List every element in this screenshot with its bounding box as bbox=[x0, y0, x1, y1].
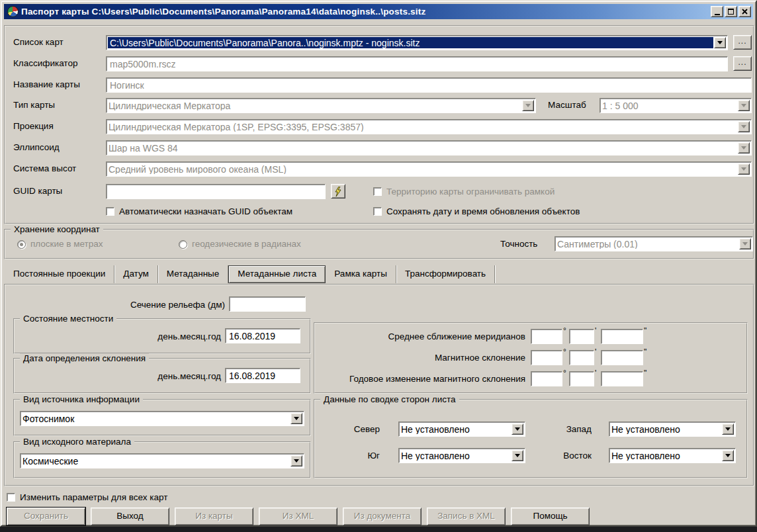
chevron-down-icon bbox=[515, 427, 520, 431]
apply-all-maps-checkbox[interactable]: Изменить параметры для всех карт bbox=[7, 492, 167, 502]
radio-flat-meters: плоские в метрах bbox=[17, 240, 103, 249]
ellipsoid-label: Эллипсоид bbox=[13, 140, 60, 155]
source-material-value: Космические bbox=[22, 456, 289, 466]
source-material-legend: Вид исходного материала bbox=[20, 437, 134, 447]
background-strip bbox=[0, 527, 757, 532]
screen: Паспорт карты C:\Users\Public\Documents\… bbox=[0, 0, 757, 532]
terrain-date-field[interactable] bbox=[225, 328, 300, 343]
tab-map-frame[interactable]: Рамка карты bbox=[326, 265, 396, 283]
territory-frame-checkbox: Территорию карты ограничивать рамкой bbox=[373, 187, 555, 197]
magnetic-declination-deg-field[interactable] bbox=[531, 350, 562, 365]
titlebar[interactable]: Паспорт карты C:\Users\Public\Documents\… bbox=[4, 4, 753, 19]
map-list-value: C:\Users\Public\Documents\Panorama\Panor… bbox=[108, 37, 713, 48]
sheet-sides-legend: Данные по сводке сторон листа bbox=[320, 394, 459, 405]
help-button[interactable]: Помощь bbox=[511, 508, 590, 525]
tab-metadata[interactable]: Метаданные bbox=[158, 265, 229, 283]
sheet-metadata-panel: Сечение рельефа (дм) Состояние местности… bbox=[4, 284, 754, 486]
checkbox-box[interactable] bbox=[7, 493, 15, 502]
info-source-dropdown-button[interactable] bbox=[290, 413, 302, 424]
west-dropdown-button[interactable] bbox=[722, 423, 734, 435]
ellipsoid-value: Шар на WGS 84 bbox=[109, 143, 736, 153]
height-system-dropdown-button bbox=[738, 163, 750, 175]
north-dropdown-button[interactable] bbox=[512, 423, 523, 435]
checkbox-box[interactable] bbox=[106, 207, 114, 216]
write-to-xml-button: Запись в XML bbox=[427, 508, 506, 525]
map-list-combobox[interactable]: C:\Users\Public\Documents\Panorama\Panor… bbox=[106, 35, 728, 50]
minimize-button[interactable] bbox=[711, 6, 723, 17]
meridian-convergence-min-field[interactable] bbox=[569, 329, 594, 344]
exit-button[interactable]: Выход bbox=[91, 508, 169, 525]
magnetic-declination-min-field[interactable] bbox=[569, 350, 594, 365]
meridian-convergence-sec-field[interactable] bbox=[601, 329, 643, 344]
chevron-down-icon bbox=[741, 125, 746, 128]
info-source-group: Вид источника информации Фотоснимок bbox=[13, 399, 311, 436]
precision-label: Точность bbox=[500, 237, 537, 251]
classifier-browse-button[interactable]: ... bbox=[733, 56, 752, 71]
from-document-button: Из документа bbox=[343, 508, 422, 525]
map-type-value: Цилиндрическая Меркатора bbox=[109, 101, 521, 111]
east-dropdown-button[interactable] bbox=[722, 450, 734, 461]
precision-dropdown-button bbox=[739, 238, 751, 249]
source-material-combobox[interactable]: Космические bbox=[20, 453, 304, 468]
declination-date-legend: Дата определения склонения bbox=[20, 353, 149, 364]
guid-field[interactable] bbox=[106, 184, 326, 199]
generate-guid-button[interactable] bbox=[331, 184, 345, 199]
info-source-value: Фотоснимок bbox=[22, 414, 289, 423]
meridian-convergence-deg-field[interactable] bbox=[531, 329, 562, 344]
tab-datum[interactable]: Датум bbox=[114, 265, 158, 283]
auto-guid-checkbox[interactable]: Автоматически назначать GUID объектам bbox=[106, 206, 292, 216]
tab-sheet-metadata[interactable]: Метаданные листа bbox=[228, 265, 326, 283]
app-icon bbox=[7, 6, 19, 17]
close-button[interactable] bbox=[738, 6, 751, 17]
tab-transform[interactable]: Трансформировать bbox=[396, 265, 495, 283]
maximize-button[interactable] bbox=[725, 6, 737, 17]
declination-date-label: день.месяц.год bbox=[15, 369, 221, 384]
ellipsoid-combobox: Шар на WGS 84 bbox=[106, 140, 752, 155]
north-combobox[interactable]: Не установлено bbox=[398, 421, 525, 437]
meridian-convergence-label: Среднее сближение меридианов bbox=[388, 332, 525, 341]
minimize-icon bbox=[715, 14, 720, 15]
declination-date-field[interactable] bbox=[225, 368, 300, 383]
coordinate-storage-legend: Хранение координат bbox=[11, 224, 103, 235]
second-symbol: " bbox=[643, 370, 650, 377]
info-source-legend: Вид источника информации bbox=[20, 394, 143, 405]
annual-declination-change-label: Годовое изменение магнитного склонения bbox=[349, 374, 525, 384]
info-source-combobox[interactable]: Фотоснимок bbox=[20, 411, 304, 426]
map-list-browse-button[interactable]: ... bbox=[733, 35, 752, 50]
west-label: Запад bbox=[540, 421, 592, 437]
map-list-dropdown-button[interactable] bbox=[714, 37, 726, 48]
relief-section-field[interactable] bbox=[229, 296, 306, 312]
precision-value: Сантиметры (0.01) bbox=[557, 239, 738, 249]
annual-declination-change-deg-field[interactable] bbox=[531, 371, 562, 386]
west-combobox[interactable]: Не установлено bbox=[609, 421, 736, 437]
precision-combobox: Сантиметры (0.01) bbox=[555, 236, 753, 251]
second-symbol: " bbox=[643, 328, 650, 335]
chevron-down-icon bbox=[741, 167, 746, 171]
projection-value: Цилиндрическая Меркатора (1SP, EPSG:3395… bbox=[109, 122, 736, 132]
tab-bar: Постоянные проекции Датум Метаданные Мет… bbox=[5, 265, 495, 283]
magnetic-declination-label: Магнитное склонение bbox=[435, 353, 525, 363]
chevron-down-icon bbox=[742, 242, 748, 245]
south-combobox[interactable]: Не установлено bbox=[398, 448, 525, 463]
save-datetime-checkbox[interactable]: Сохранять дату и время обновления объект… bbox=[373, 206, 580, 216]
radio-dot bbox=[179, 240, 187, 249]
tab-permanent-projections[interactable]: Постоянные проекции bbox=[5, 265, 114, 283]
from-xml-button: Из XML bbox=[259, 508, 337, 525]
radio-dot bbox=[17, 240, 26, 249]
east-combobox[interactable]: Не установлено bbox=[609, 448, 736, 463]
chevron-down-icon bbox=[741, 146, 746, 150]
degree-symbol: ° bbox=[562, 328, 569, 335]
checkbox-box[interactable] bbox=[373, 207, 382, 216]
east-value: Не установлено bbox=[611, 451, 721, 461]
magnetic-declination-sec-field[interactable] bbox=[601, 350, 643, 365]
window-title: Паспорт карты C:\Users\Public\Documents\… bbox=[21, 7, 709, 17]
annual-declination-change-sec-field[interactable] bbox=[601, 371, 643, 386]
annual-declination-change-min-field[interactable] bbox=[569, 371, 594, 386]
chevron-down-icon bbox=[741, 104, 746, 107]
south-dropdown-button[interactable] bbox=[512, 450, 523, 461]
map-name-label: Название карты bbox=[13, 77, 80, 92]
source-material-dropdown-button[interactable] bbox=[290, 455, 302, 466]
terrain-date-label: день.месяц.год bbox=[15, 329, 221, 344]
scale-dropdown-button bbox=[738, 100, 750, 111]
chevron-down-icon bbox=[525, 104, 531, 107]
